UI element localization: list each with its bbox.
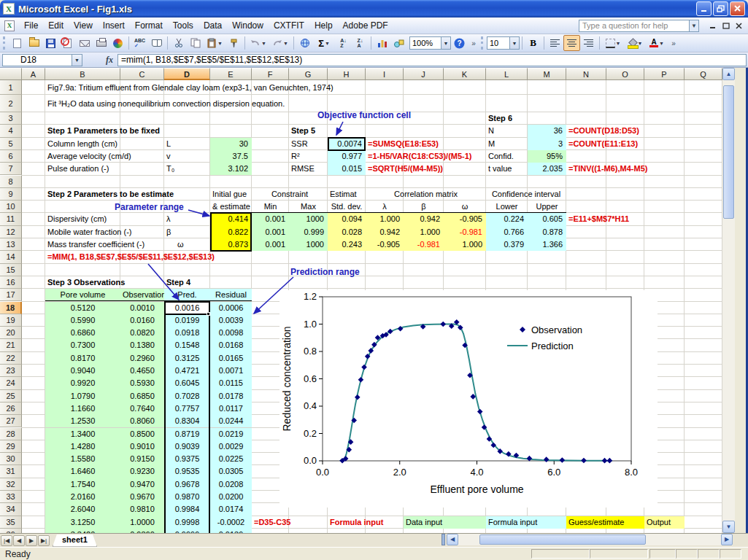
research-button[interactable] [148, 35, 165, 51]
cell-B22[interactable]: 0.8170 [45, 352, 120, 365]
cell-D23[interactable]: 0.4721 [164, 365, 210, 377]
cell-B23[interactable]: 0.9040 [45, 365, 120, 377]
formatting-options-icon[interactable]: » [669, 39, 678, 47]
cell-F11[interactable]: 0.001 [252, 213, 289, 225]
cell-L6[interactable]: Confid. [486, 150, 528, 163]
vertical-scroll-thumb[interactable] [723, 85, 734, 219]
cell-J11[interactable]: 0.942 [404, 213, 444, 225]
cell-D20[interactable]: 0.0918 [164, 327, 210, 339]
align-center-button[interactable] [563, 35, 580, 51]
cell-D30[interactable]: 0.9375 [164, 453, 210, 465]
row-header-29[interactable]: 29 [0, 440, 22, 453]
cell-D24[interactable]: 0.6045 [164, 377, 210, 389]
column-header-H[interactable]: H [328, 68, 366, 80]
cell-B7[interactable]: Pulse duration (-) [45, 163, 164, 175]
vertical-scrollbar[interactable]: ▲ ▼ [722, 68, 735, 533]
cell-D35[interactable]: 0.9998 [164, 516, 210, 529]
cell-M7[interactable]: 2.035 [528, 163, 566, 175]
cell-D11[interactable]: λ [164, 213, 210, 225]
cell-G6[interactable]: R² [289, 150, 328, 163]
cell-D16[interactable]: Step 4 [164, 276, 252, 289]
row-header-35[interactable]: 35 [0, 516, 22, 529]
cell-L35[interactable]: Formula input [486, 516, 566, 529]
cell-G5[interactable]: SSR [289, 138, 328, 150]
cell-I5[interactable]: =SUMSQ(E18:E53) [366, 138, 486, 150]
cell-N4[interactable]: =COUNT(D18:D53) [566, 125, 722, 137]
row-header-3[interactable]: 3 [0, 112, 22, 125]
cell-B12[interactable]: Mobile water fraction (-) [45, 226, 164, 238]
sort-ascending-button[interactable]: A↓Z [335, 35, 352, 51]
row-header-32[interactable]: 32 [0, 478, 22, 491]
font-size-dropdown-icon[interactable]: ▼ [510, 36, 520, 50]
cell-C20[interactable]: 0.0820 [120, 327, 164, 339]
menu-item-adobe-pdf[interactable]: Adobe PDF [338, 18, 393, 33]
row-header-16[interactable]: 16 [0, 276, 22, 289]
cell-I10[interactable]: λ [366, 201, 404, 213]
next-sheet-button[interactable]: ▶ [26, 535, 37, 546]
annotation-parameter[interactable]: Parameter range [115, 202, 184, 212]
menu-item-tools[interactable]: Tools [168, 18, 198, 33]
annotation-prediction[interactable]: Prediction range [290, 267, 360, 277]
menu-item-window[interactable]: Window [227, 18, 269, 33]
cell-E26[interactable]: 0.0117 [210, 402, 252, 415]
permission-button[interactable] [59, 35, 76, 51]
cell-B33[interactable]: 2.0160 [45, 491, 120, 503]
cell-E9[interactable]: Initial gue [210, 188, 252, 201]
spelling-button[interactable]: ABC✓ [131, 35, 148, 51]
scroll-right-icon[interactable]: ▶ [721, 534, 733, 545]
cell-D27[interactable]: 0.8304 [164, 415, 210, 427]
cell-B34[interactable]: 2.6040 [45, 503, 120, 516]
cell-E17[interactable]: Residual [210, 289, 252, 301]
drawing-button[interactable] [390, 35, 407, 51]
new-button[interactable] [9, 35, 26, 51]
cell-C21[interactable]: 0.1380 [120, 339, 164, 351]
cell-C22[interactable]: 0.2960 [120, 352, 164, 365]
cell-L3[interactable]: Step 6 [486, 112, 528, 125]
cell-C28[interactable]: 0.8500 [120, 428, 164, 440]
cell-E28[interactable]: 0.0219 [210, 428, 252, 440]
cell-C33[interactable]: 0.9670 [120, 491, 164, 503]
scroll-up-icon[interactable]: ▲ [722, 68, 735, 80]
cell-D22[interactable]: 0.3125 [164, 352, 210, 365]
cell-D19[interactable]: 0.0199 [164, 314, 210, 327]
font-color-button[interactable]: A▼ [646, 35, 668, 51]
toolbar-grip[interactable] [3, 36, 6, 50]
redo-button[interactable]: ▼ [269, 35, 291, 51]
cell-B26[interactable]: 1.1660 [45, 402, 120, 415]
cell-D18[interactable]: 0.0016 [164, 302, 210, 314]
row-header-1[interactable]: 1 [0, 80, 22, 95]
autosum-button[interactable]: Σ▼ [313, 35, 335, 51]
cell-I12[interactable]: 0.942 [366, 226, 404, 238]
cell-B16[interactable]: Step 3 Observations [45, 276, 164, 289]
cell-E12[interactable]: 0.822 [210, 226, 252, 238]
name-box[interactable]: D18 [2, 54, 72, 66]
cell-E29[interactable]: 0.0029 [210, 440, 252, 453]
column-header-K[interactable]: K [444, 68, 486, 80]
cell-B4[interactable]: Step 1 Parameters to be fixed [45, 125, 210, 137]
cell-G7[interactable]: RMSE [289, 163, 328, 175]
column-header-J[interactable]: J [404, 68, 444, 80]
cell-P35[interactable]: Output [644, 516, 685, 529]
cell-B29[interactable]: 1.4280 [45, 440, 120, 453]
minimize-button[interactable] [696, 1, 712, 16]
column-header-P[interactable]: P [644, 68, 685, 80]
row-header-8[interactable]: 8 [0, 176, 22, 188]
cell-B24[interactable]: 0.9920 [45, 377, 120, 389]
cell-F9[interactable]: Constraint [252, 188, 328, 201]
formula-input[interactable]: =mim(1, B18,$E$7,$E$5/$E$11,$E$12,$E$13) [117, 54, 747, 66]
row-header-27[interactable]: 27 [0, 415, 22, 427]
column-header-E[interactable]: E [210, 68, 252, 80]
cell-F12[interactable]: 0.001 [252, 226, 289, 238]
zoom-dropdown-icon[interactable]: ▼ [442, 36, 451, 50]
cell-E32[interactable]: 0.0208 [210, 478, 252, 491]
print-button[interactable] [93, 35, 109, 51]
print-preview-button[interactable] [109, 35, 126, 51]
cell-E21[interactable]: 0.0168 [210, 339, 252, 351]
cell-L7[interactable]: t value [486, 163, 528, 175]
cell-G10[interactable]: Max [289, 201, 328, 213]
sheet-grid[interactable]: 1234567891011121314151617181920212223242… [0, 80, 722, 533]
cell-G12[interactable]: 0.999 [289, 226, 328, 238]
cut-button[interactable] [170, 35, 187, 51]
cell-D28[interactable]: 0.8719 [164, 428, 210, 440]
cell-E19[interactable]: 0.0039 [210, 314, 252, 327]
